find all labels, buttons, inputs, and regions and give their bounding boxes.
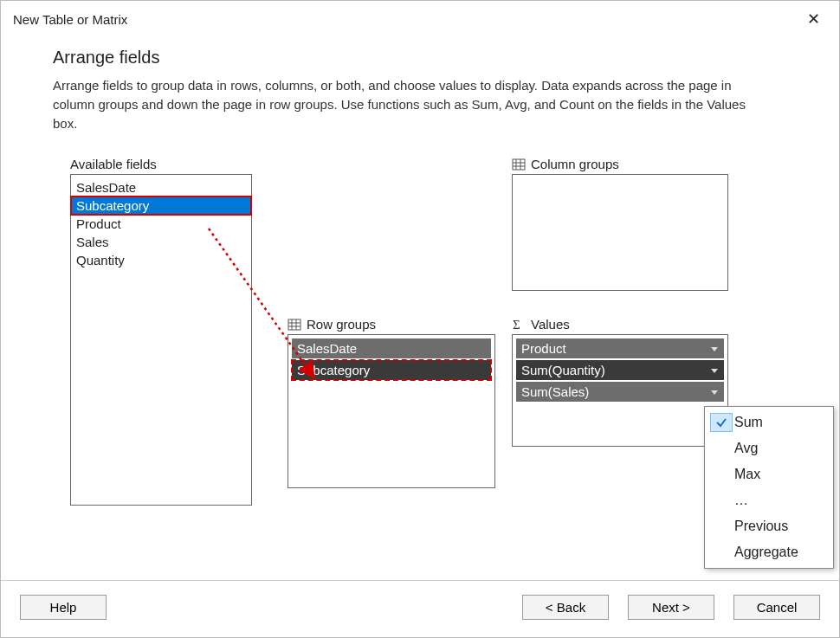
value-item-label: Sum(Quantity): [521, 363, 605, 377]
column-groups-list[interactable]: [512, 174, 728, 291]
available-fields-section: Available fields SalesDate Subcategory P…: [70, 157, 252, 506]
page-description: Arrange fields to group data in rows, co…: [53, 76, 772, 132]
row-groups-section: Row groups SalesDate Subcategory: [288, 317, 495, 488]
title-bar: New Table or Matrix ✕: [1, 1, 839, 34]
menu-item-sum[interactable]: Sum: [705, 409, 833, 435]
values-label: Σ Values: [512, 317, 728, 332]
row-groups-label: Row groups: [288, 317, 495, 332]
chevron-down-icon[interactable]: [710, 345, 719, 353]
aggregate-context-menu[interactable]: Sum Avg Max … Previous Aggregate: [704, 406, 834, 569]
page-heading: Arrange fields: [53, 48, 787, 68]
values-list[interactable]: Product Sum(Quantity) Sum(Sales): [512, 334, 728, 447]
values-section: Σ Values Product Sum(Quantity) Sum(Sales…: [512, 317, 728, 447]
next-button[interactable]: Next >: [628, 595, 714, 620]
cancel-button[interactable]: Cancel: [733, 595, 820, 620]
list-item[interactable]: Product: [71, 215, 251, 233]
menu-item-label: Aggregate: [734, 545, 798, 560]
svg-text:Σ: Σ: [513, 318, 520, 332]
table-icon: [288, 318, 301, 332]
menu-item-label: Max: [734, 467, 760, 482]
close-icon[interactable]: ✕: [799, 10, 827, 29]
dialog-window: New Table or Matrix ✕ Arrange fields Arr…: [0, 0, 840, 638]
list-item[interactable]: Sum(Quantity): [516, 360, 724, 380]
value-item-label: Product: [521, 341, 566, 356]
check-placeholder: [710, 465, 733, 484]
list-item[interactable]: Quantity: [71, 251, 251, 269]
column-groups-section: Column groups: [512, 157, 728, 291]
menu-item-label: Previous: [734, 519, 788, 534]
svg-rect-5: [288, 319, 300, 330]
available-fields-list[interactable]: SalesDate Subcategory Product Sales Quan…: [70, 174, 252, 506]
menu-item-aggregate[interactable]: Aggregate: [705, 539, 833, 565]
list-item[interactable]: Sum(Sales): [516, 382, 724, 402]
svg-marker-13: [711, 390, 718, 395]
check-placeholder: [710, 543, 733, 562]
check-placeholder: [710, 517, 733, 536]
list-item[interactable]: Subcategory: [292, 360, 491, 380]
check-placeholder: [710, 491, 733, 510]
column-groups-label: Column groups: [512, 157, 728, 171]
menu-item-more[interactable]: …: [705, 487, 833, 513]
menu-item-label: Avg: [734, 441, 758, 456]
list-item[interactable]: SalesDate: [292, 338, 491, 358]
table-icon: [512, 158, 526, 171]
svg-marker-12: [711, 369, 718, 373]
list-item[interactable]: Sales: [71, 233, 251, 251]
values-text: Values: [531, 317, 570, 332]
menu-item-previous[interactable]: Previous: [705, 513, 833, 539]
row-groups-text: Row groups: [307, 317, 376, 332]
column-groups-text: Column groups: [531, 157, 619, 171]
chevron-down-icon[interactable]: [710, 388, 719, 396]
svg-marker-11: [711, 347, 718, 351]
window-title: New Table or Matrix: [13, 12, 127, 27]
list-item[interactable]: Subcategory: [71, 197, 251, 215]
footer-bar: Help < Back Next > Cancel: [1, 580, 839, 637]
list-item[interactable]: SalesDate: [71, 178, 251, 197]
list-item[interactable]: Product: [516, 338, 724, 358]
back-button[interactable]: < Back: [522, 595, 609, 620]
menu-item-label: Sum: [734, 415, 763, 430]
sigma-icon: Σ: [512, 318, 526, 332]
check-placeholder: [710, 439, 733, 458]
menu-item-max[interactable]: Max: [705, 461, 833, 487]
menu-item-label: …: [734, 493, 748, 508]
value-item-label: Sum(Sales): [521, 384, 589, 399]
menu-item-avg[interactable]: Avg: [705, 435, 833, 461]
row-groups-list[interactable]: SalesDate Subcategory: [288, 334, 495, 488]
available-fields-label: Available fields: [70, 157, 252, 171]
help-button[interactable]: Help: [20, 595, 107, 620]
chevron-down-icon[interactable]: [710, 366, 719, 375]
check-icon: [710, 413, 733, 432]
svg-rect-0: [513, 159, 525, 170]
